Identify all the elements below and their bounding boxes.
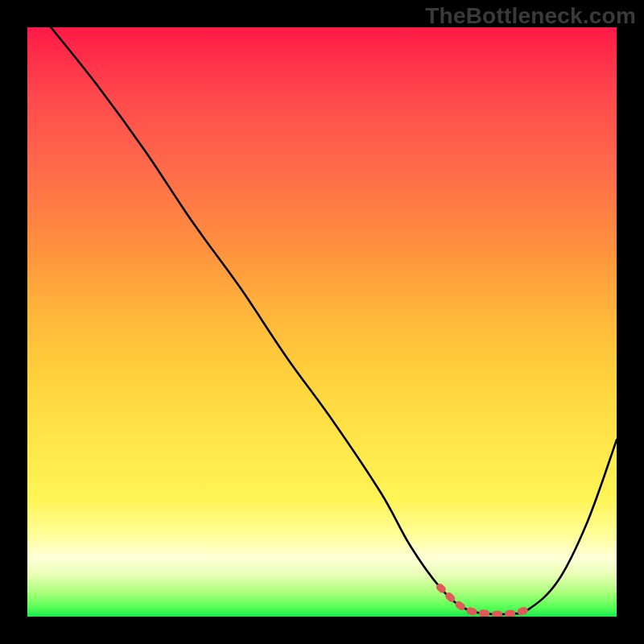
highlight-curve xyxy=(440,587,528,614)
watermark-text: TheBottleneck.com xyxy=(425,3,636,29)
chart-frame: TheBottleneck.com xyxy=(0,0,644,644)
main-curve xyxy=(51,27,617,614)
curve-layer xyxy=(27,27,617,617)
plot-area xyxy=(27,27,617,617)
